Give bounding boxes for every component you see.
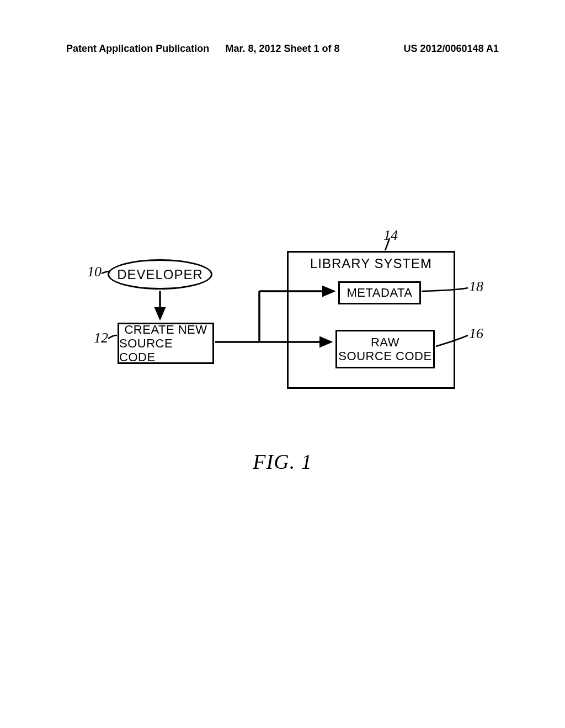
create-label-line1: CREATE NEW — [124, 323, 207, 336]
ref-number-16: 16 — [469, 325, 483, 342]
ref-number-14: 14 — [383, 227, 398, 244]
header-publication: Patent Application Publication — [66, 43, 210, 55]
ref-number-12: 12 — [94, 330, 108, 346]
figure-diagram: DEVELOPER CREATE NEW SOURCE CODE LIBRARY… — [83, 237, 480, 425]
raw-label-line1: RAW — [371, 335, 399, 349]
ref-number-18: 18 — [469, 279, 483, 295]
create-label-line2: SOURCE CODE — [119, 336, 212, 365]
raw-source-code-box: RAW SOURCE CODE — [335, 330, 435, 368]
metadata-label: METADATA — [347, 286, 413, 300]
developer-label: DEVELOPER — [117, 267, 203, 282]
library-system-box: LIBRARY SYSTEM METADATA RAW SOURCE CODE — [287, 251, 455, 389]
raw-label-line2: SOURCE CODE — [338, 349, 431, 363]
metadata-box: METADATA — [338, 281, 421, 304]
create-source-code-box: CREATE NEW SOURCE CODE — [118, 323, 214, 364]
ref-number-10: 10 — [87, 264, 102, 280]
header-date-sheet: Mar. 8, 2012 Sheet 1 of 8 — [210, 43, 354, 55]
header-patent-number: US 2012/0060148 A1 — [355, 43, 499, 55]
figure-caption: FIG. 1 — [0, 449, 565, 474]
page-header: Patent Application Publication Mar. 8, 2… — [0, 43, 565, 55]
developer-node: DEVELOPER — [108, 259, 212, 290]
library-system-title: LIBRARY SYSTEM — [289, 253, 454, 271]
